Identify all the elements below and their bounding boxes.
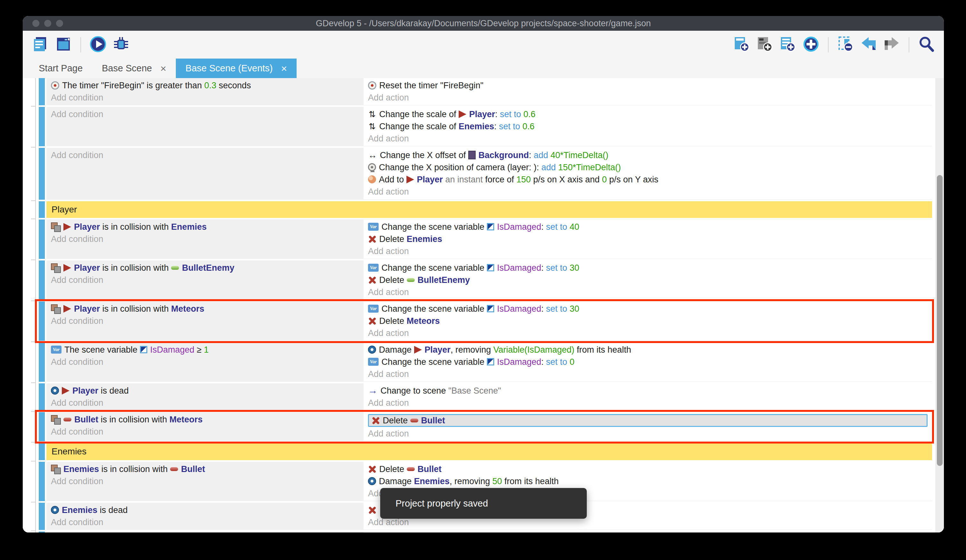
condition-instruction[interactable]: The timer "FireBegin" is greater than 0.… (51, 79, 359, 92)
player-ship-icon (406, 176, 414, 183)
tab-base-scene[interactable]: Base Scene× (92, 59, 176, 78)
add-condition-button[interactable]: Add condition (51, 274, 359, 286)
event-group-header[interactable]: Enemies (39, 443, 932, 460)
debug-button[interactable] (111, 35, 131, 55)
event-drag-handle[interactable] (39, 462, 45, 501)
action-instruction[interactable]: Reset the timer "FireBegin" (368, 79, 928, 92)
condition-instruction[interactable]: Enemies is in collision with Bullet (51, 463, 359, 475)
instruction-text: IsDamaged (150, 345, 194, 355)
add-condition-button[interactable]: Add condition (51, 233, 359, 245)
add-new-button[interactable] (801, 35, 821, 55)
action-instruction[interactable]: VarChange the scene variable IsDamaged: … (368, 356, 928, 368)
add-comment-icon (757, 36, 773, 54)
add-condition-button[interactable]: Add condition (51, 426, 359, 438)
add-action-button[interactable]: Add action (368, 397, 928, 409)
instruction-text: IsDamaged (497, 357, 541, 367)
zoom-window-button[interactable] (56, 20, 63, 27)
project-manager-button[interactable] (30, 35, 50, 55)
add-action-button[interactable]: Add action (368, 245, 928, 257)
condition-instruction[interactable]: Player is in collision with Enemies (51, 221, 359, 233)
event-drag-handle[interactable] (39, 412, 45, 441)
condition-instruction[interactable]: Player is in collision with BulletEnemy (51, 262, 359, 274)
event-drag-handle[interactable] (39, 219, 45, 259)
instruction-text: Enemies (171, 222, 207, 232)
condition-instruction[interactable]: VarThe scene variable IsDamaged ≥ 1 (51, 344, 359, 356)
condition-instruction[interactable]: Player is in collision with Meteors (51, 303, 359, 315)
event-drag-handle[interactable] (39, 532, 45, 532)
add-condition-button[interactable]: Add condition (51, 397, 359, 409)
event-drag-handle[interactable] (39, 148, 45, 200)
close-icon[interactable]: × (281, 63, 287, 74)
add-condition-button[interactable]: Add condition (51, 149, 359, 161)
scene-arrow-icon: → (368, 386, 378, 395)
add-comment-button[interactable] (755, 35, 775, 55)
action-instruction[interactable]: Damage Player, removing Variable(IsDamag… (368, 344, 928, 356)
action-instruction[interactable]: VarChange the scene variable IsDamaged: … (368, 303, 928, 315)
delete-selected-button[interactable] (836, 35, 856, 55)
add-action-button[interactable]: Add action (368, 92, 928, 104)
action-instruction[interactable]: Change the X position of camera (layer: … (368, 161, 928, 174)
event-drag-handle[interactable] (39, 260, 45, 300)
add-subevent-button[interactable] (778, 35, 798, 55)
action-instruction[interactable]: Damage Enemies, removing 50 from its hea… (368, 475, 928, 487)
add-condition-button[interactable]: Add condition (51, 108, 359, 120)
player-ship-icon (63, 223, 71, 231)
action-instruction[interactable]: Add to Player an instant force of 150 p/… (368, 174, 928, 186)
add-action-button[interactable]: Add action (368, 327, 928, 339)
add-condition-button[interactable]: Add condition (51, 475, 359, 487)
scrollbar-thumb[interactable] (937, 175, 943, 466)
action-instruction[interactable]: Delete Meteors (368, 315, 928, 327)
instruction-text: is in collision with (100, 222, 171, 232)
event-drag-handle[interactable] (39, 78, 45, 105)
action-instruction[interactable]: VarChange the scene variable IsDamaged: … (368, 262, 928, 274)
event-row: Player is in collision with MeteorsAdd c… (39, 301, 932, 341)
instruction-text: Meteors (407, 316, 440, 326)
event-drag-handle[interactable] (39, 443, 45, 460)
action-instruction[interactable]: Delete BulletEnemy (368, 274, 928, 286)
event-drag-handle[interactable] (39, 107, 45, 146)
minimize-window-button[interactable] (44, 20, 51, 27)
search-button[interactable] (916, 35, 936, 55)
vertical-scrollbar[interactable] (935, 78, 944, 532)
action-instruction[interactable]: ⇅Change the scale of Enemies: set to 0.6 (368, 120, 928, 133)
event-drag-handle[interactable] (39, 201, 45, 218)
add-event-button[interactable] (732, 35, 752, 55)
add-condition-button[interactable]: Add condition (51, 92, 359, 104)
instruction-text: Enemies (458, 121, 494, 131)
event-drag-handle[interactable] (39, 503, 45, 530)
action-instruction[interactable]: Delete Enemies (368, 233, 928, 245)
action-instruction[interactable]: ⇅Change the scale of Player: set to 0.6 (368, 108, 928, 120)
event-group-header[interactable]: Player (39, 201, 932, 218)
add-action-button[interactable]: Add action (368, 286, 928, 298)
instruction-text: Add to (379, 175, 406, 184)
tab-base-scene-events[interactable]: Base Scene (Events)× (176, 59, 297, 78)
add-condition-button[interactable]: Add condition (51, 356, 359, 368)
event-drag-handle[interactable] (39, 383, 45, 411)
action-instruction[interactable]: VarChange the scene variable IsDamaged: … (368, 221, 928, 233)
condition-instruction[interactable]: Player is dead (51, 385, 359, 397)
add-condition-button[interactable]: Add condition (51, 516, 359, 528)
action-instruction[interactable]: Delete Bullet (368, 414, 928, 427)
close-window-button[interactable] (32, 20, 39, 27)
condition-instruction[interactable]: Bullet is in collision with Meteors (51, 413, 359, 426)
add-action-button[interactable]: Add action (368, 368, 928, 380)
redo-button[interactable] (882, 35, 902, 55)
tab-start-page[interactable]: Start Page (29, 59, 92, 78)
event-drag-handle[interactable] (39, 301, 45, 341)
var-icon: Var (368, 264, 379, 272)
close-icon[interactable]: × (160, 63, 166, 74)
condition-instruction[interactable]: Enemies is dead (51, 504, 359, 516)
action-instruction[interactable]: →Change to scene "Base Scene" (368, 385, 928, 397)
undo-button[interactable] (859, 35, 879, 55)
add-action-button[interactable]: Add action (368, 186, 928, 198)
action-instruction[interactable]: ↔Change the X offset of Background: add … (368, 149, 928, 161)
event-drag-handle[interactable] (39, 342, 45, 382)
action-instruction[interactable]: Delete Bullet (368, 463, 928, 475)
add-action-button[interactable]: Add action (368, 133, 928, 145)
event-row: Player is in collision with EnemiesAdd c… (39, 219, 932, 259)
add-action-button[interactable]: Add action (368, 427, 928, 440)
play-button[interactable] (88, 35, 108, 55)
add-condition-button[interactable]: Add condition (51, 315, 359, 327)
scene-editor-button[interactable] (54, 35, 73, 55)
timer-icon (51, 81, 59, 90)
